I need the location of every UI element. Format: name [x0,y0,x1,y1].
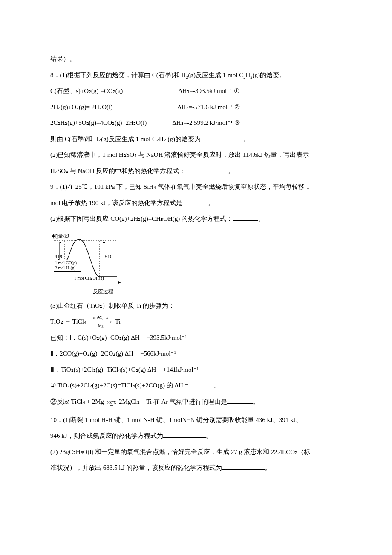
known-2: Ⅱ．2CO(g)+O₂(g)=2CO₂(g) ΔH = −566kJ·mol⁻¹ [50,346,342,362]
q9-2: (2)根据下图写出反应 CO(g)+2H₂(g)=CH₃OH(g) 的热化学方程… [50,211,342,227]
known-1: 已知：Ⅰ．C(s)+O₂(g)=CO₂(g) ΔH = −393.5kJ·mol… [50,330,342,346]
text: ②反应 TiCl₄ + 2Mg [50,398,104,405]
blank-answer[interactable] [182,197,208,205]
blank-answer[interactable] [222,462,265,470]
q10-1a: 10．(1)断裂 1 mol H-H 键、1 mol N-H 键、1molN≡N… [50,412,342,428]
equation-1: C(石墨、s)+O₂(g) =CO₂(g) ΔH₁=-393.5kJ·mol⁻¹… [50,83,342,99]
blank-answer[interactable] [201,133,243,141]
blank-answer[interactable] [185,165,228,173]
q9-3: (3)由金红石（TiO₂）制取单质 Ti 的步骤为： [50,298,342,314]
q8-1-ans: 则由 C(石墨)和 H₂(g)反应生成 1 mol C₂H₂ (g)的焓变为。 [50,131,342,147]
q9-3-1: ① TiO₂(s)+2Cl₂(g)+2C(s)=TiCl₄(s)+2CO(g) … [50,378,342,394]
eq-right: ΔH₁=-393.5kJ·mol⁻¹ ① [178,83,239,99]
blank-answer[interactable] [227,396,253,404]
text: 。 [253,398,259,405]
text: 946 kJ，则合成氨反应的热化学方程式为 [50,432,163,439]
equation-3: 2C₂H₂(g)+5O₂(g)=4CO₂(g)+2H₂O(l) ΔH₃=-2 5… [50,115,342,131]
q8-1: 8．(1)根据下列反应的焓变，计算由 C(石墨)和 H2(g)反应生成 1 mo… [50,67,342,84]
text: 。 [206,432,212,439]
q9-1a: 9．(1)在 25℃，101 kPa 下，已知 SiH₄ 气体在氧气中完全燃烧后… [50,179,342,195]
eq-left: C(石墨、s)+O₂(g) =CO₂(g) [50,83,123,99]
chart-products-label: 1 mol CH₃OH(g) [74,276,104,281]
text: 。 [258,215,265,222]
text: (2)根据下图写出反应 CO(g)+2H₂(g)=CH₃OH(g) 的热化学方程… [50,215,233,222]
text: ① TiO₂(s)+2Cl₂(g)+2C(s)=TiCl₄(s)+2CO(g) … [50,382,188,389]
text: mol 电子放热 190 kJ，该反应的热化学方程式是 [50,199,182,206]
text: 。 [265,464,271,471]
q8-2a: (2)已知稀溶液中，1 mol H₂SO₄ 与 NaOH 溶液恰好完全反应时，放… [50,147,342,163]
chart-value-510: 510 [105,250,112,263]
chart-reactants-label: 1 mol CO(g) +2 mol H₂(g) [54,260,81,272]
text: 。 [243,136,250,142]
text: TiO₂ → TiCl₄ [50,318,86,325]
q9-1b: mol 电子放热 190 kJ，该反应的热化学方程式是。 [50,195,342,211]
equation-2: 2H₂(g)+O₂(g)= 2H₂O(l) ΔH₂=-571.6 kJ·mol⁻… [50,99,342,116]
reaction-route: TiO₂ → TiCl₄ 800℃、Ar ———→ Mg Ti [50,314,342,330]
text: (g)反应生成 1 mol C [188,72,244,78]
eq-right: ΔH₃=-2 599.2 kJ·mol⁻¹ ③ [172,115,239,131]
reaction-arrow-icon: 800℃、Ar ———→ Mg [89,316,113,327]
page: 结果）。 8．(1)根据下列反应的焓变，计算由 C(石墨)和 H2(g)反应生成… [0,0,392,555]
text: 8．(1)根据下列反应的焓变，计算由 C(石墨)和 H [50,72,186,78]
arrow-bot: Mg [98,324,104,328]
q8-2b: H₂SO₄ 与 NaOH 反应的中和热的热化学方程式：。 [50,163,342,179]
text: 2MgCl₂ + Ti 在 Ar 气氛中进行的理由是 [119,398,227,405]
text: 。 [208,199,214,206]
q10-2a: (2) 23gC₂H₆O(l) 和一定量的氧气混合点燃，恰好完全反应，生成 27… [50,444,342,460]
blank-answer[interactable] [188,380,214,388]
eq-left: 2C₂H₂(g)+5O₂(g)=4CO₂(g)+2H₂O(l) [50,115,147,131]
chart-xlabel: 反应过程 [93,285,113,298]
text: H₂SO₄ 与 NaOH 反应的中和热的热化学方程式： [50,168,185,174]
energy-diagram: 能量/kJ 419 510 1 mol CO(g) +2 mol H₂(g) 1… [50,231,123,295]
q10-2b: 准状况），并放出 683.5 kJ 的热量，该反应的热化学方程式为。 [50,460,342,476]
text-line: 结果）。 [50,51,342,67]
text: 准状况），并放出 683.5 kJ 的热量，该反应的热化学方程式为 [50,464,222,471]
known-3: Ⅲ．TiO₂(s)+2Cl₂(g)=TiCl₄(s)+O₂(g) ΔH = +1… [50,362,342,378]
text: (g)的焓变。 [253,72,286,78]
eq-left: 2H₂(g)+O₂(g)= 2H₂O(l) [50,99,112,116]
text: 则由 C(石墨)和 H₂(g)反应生成 1 mol C₂H₂ (g)的焓变为 [50,136,201,142]
q10-1b: 946 kJ，则合成氨反应的热化学方程式为。 [50,428,342,444]
blank-answer[interactable] [163,431,206,438]
text: 。 [228,168,234,174]
text: 。 [214,382,220,389]
eq-right: ΔH₂=-571.6 kJ·mol⁻¹ ② [177,99,240,116]
text: Ti [115,318,121,325]
text: H [245,72,250,78]
arrow-bot [111,408,112,412]
reaction-condition-icon: 800℃ = [107,401,117,412]
blank-answer[interactable] [233,214,258,221]
q9-3-2: ②反应 TiCl₄ + 2Mg 800℃ = 2MgCl₂ + Ti 在 Ar … [50,394,342,412]
